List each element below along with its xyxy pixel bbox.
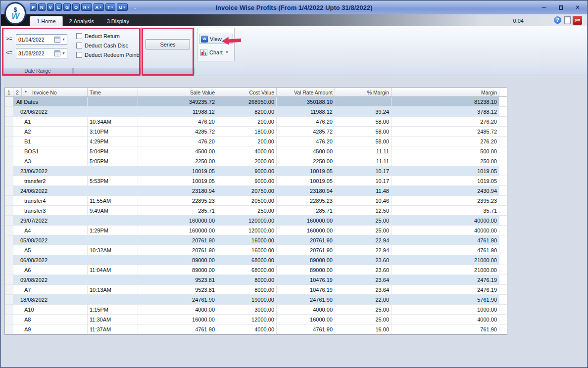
time-cell xyxy=(88,255,138,265)
tab-2-analysis[interactable]: 2.Analysis xyxy=(63,16,100,26)
table-row[interactable]: A35:05PM2250.002000.002250.0011.11250.00 xyxy=(5,156,507,166)
filler-cell xyxy=(499,196,507,206)
time-cell: 11:55AM xyxy=(88,196,138,206)
maximize-icon xyxy=(559,5,563,10)
pct-margin-cell: 22.94 xyxy=(335,245,392,255)
table-row[interactable]: BOS15:04PM4500.004000.004500.0011.11500.… xyxy=(5,146,507,156)
val-rate-amount-cell: 23180.94 xyxy=(277,186,335,196)
pdf-export-icon[interactable]: pdf xyxy=(573,16,582,25)
table-row[interactable]: transfer25:53PM10019.059000.0010019.0510… xyxy=(5,176,507,186)
chevron-down-icon[interactable]: ▼ xyxy=(225,50,229,54)
chart-button[interactable]: Chart ▼ xyxy=(199,47,233,57)
row-indicator-cell xyxy=(5,255,13,265)
time-cell xyxy=(88,275,138,285)
window-controls: ─ ✕ xyxy=(539,3,582,11)
column-header-cost-value[interactable]: Cost Value xyxy=(217,88,277,96)
table-row[interactable]: 18/08/202224761.9019000.0024761.9022.005… xyxy=(5,295,507,305)
row-indicator-cell xyxy=(5,156,13,166)
annotation-rectangle-series xyxy=(142,28,194,76)
val-rate-amount-cell: 285.71 xyxy=(277,206,335,216)
cost-value-cell: 200.00 xyxy=(217,117,277,127)
val-rate-amount-cell: 10476.19 xyxy=(277,285,335,295)
table-row[interactable]: A510:32AM20761.9016000.0020761.9022.9447… xyxy=(5,245,507,255)
cost-value-cell: 20750.00 xyxy=(217,186,277,196)
time-cell: 11:30AM xyxy=(88,315,138,324)
val-rate-amount-cell: 4761.90 xyxy=(277,324,335,334)
pct-margin-cell: 22.00 xyxy=(335,295,392,305)
chart-icon xyxy=(200,49,207,56)
row-indicator-cell xyxy=(5,176,13,186)
invoice-no-cell: 06/08/2022 xyxy=(13,255,88,265)
sale-value-cell: 89000.00 xyxy=(138,265,217,275)
table-row[interactable]: 02/06/202211988.128200.0011988.1239.2437… xyxy=(5,107,507,117)
help-icon[interactable]: ? xyxy=(554,16,561,24)
tab-1-home[interactable]: 1.Home xyxy=(30,16,63,26)
column-header--[interactable]: * xyxy=(22,88,30,96)
column-header-val-rate-amount[interactable]: Val Rate Amount xyxy=(277,88,335,96)
table-row[interactable]: 23/06/202210019.059000.0010019.0510.1710… xyxy=(5,166,507,176)
table-row[interactable]: 05/08/202220761.9016000.0020761.9022.944… xyxy=(5,235,507,245)
cost-value-cell: 1800.00 xyxy=(217,127,277,137)
table-row[interactable]: A41:29PM160000.00120000.00160000.0025.00… xyxy=(5,226,507,235)
cost-value-cell: 2000.00 xyxy=(217,156,277,166)
row-indicator-cell xyxy=(5,146,13,156)
minimize-button[interactable]: ─ xyxy=(539,3,548,11)
filler-cell xyxy=(499,97,507,107)
table-row[interactable]: A23:10PM4285.721800.004285.7258.002485.7… xyxy=(5,127,507,137)
table-row[interactable]: All Dates349235.72268950.00350188.108123… xyxy=(5,97,507,107)
invoice-no-cell: A6 xyxy=(13,265,88,275)
table-row[interactable]: A611:04AM89000.0068000.0089000.0023.6021… xyxy=(5,265,507,275)
table-row[interactable]: A110:34AM476.20200.00476.2058.00276.20 xyxy=(5,117,507,127)
margin-cell: 1019.05 xyxy=(392,166,499,176)
val-rate-amount-cell: 4000.00 xyxy=(277,305,335,315)
column-header-1[interactable]: 1 xyxy=(5,88,13,96)
cost-value-cell: 3000.00 xyxy=(217,305,277,315)
column-header-filler xyxy=(499,88,507,96)
table-row[interactable]: A811:30AM16000.0012000.0016000.0025.0040… xyxy=(5,315,507,324)
sale-value-cell: 16000.00 xyxy=(138,315,217,324)
filler-cell xyxy=(499,245,507,255)
row-indicator-cell xyxy=(5,186,13,196)
val-rate-amount-cell: 20761.90 xyxy=(277,235,335,245)
document-icon[interactable] xyxy=(564,16,571,24)
close-button[interactable]: ✕ xyxy=(573,3,582,11)
column-header-sale-value[interactable]: Sale Value xyxy=(138,88,217,96)
table-row[interactable]: 09/08/20229523.818000.0010476.1923.64247… xyxy=(5,275,507,285)
margin-cell: 2485.72 xyxy=(392,127,499,137)
column-header-margin[interactable]: Margin xyxy=(392,88,499,96)
row-indicator-cell xyxy=(5,97,13,107)
table-row[interactable]: B14:29PM476.20200.00476.2058.00276.20 xyxy=(5,137,507,146)
table-row[interactable]: 24/06/202223180.9420750.0023180.9411.482… xyxy=(5,186,507,196)
margin-cell: 40000.00 xyxy=(392,216,499,226)
table-row[interactable]: A911:37AM4761.904000.004761.9016.00761.9… xyxy=(5,324,507,334)
tab-3-display[interactable]: 3.Display xyxy=(100,16,136,26)
row-indicator-cell xyxy=(5,295,13,305)
column-header-2[interactable]: 2 xyxy=(13,88,22,96)
cost-value-cell: 12000.00 xyxy=(217,315,277,324)
pct-margin-cell: 58.00 xyxy=(335,127,392,137)
filler-cell xyxy=(499,137,507,146)
table-row[interactable]: A101:15PM4000.003000.004000.0025.001000.… xyxy=(5,305,507,315)
sale-value-cell: 89000.00 xyxy=(138,255,217,265)
column-header--margin[interactable]: % Margin xyxy=(335,88,392,96)
filler-cell xyxy=(499,127,507,137)
table-row[interactable]: 06/08/202289000.0068000.0089000.0023.602… xyxy=(5,255,507,265)
maximize-button[interactable] xyxy=(556,3,565,11)
window-title: Invoice Wise Profits (From 1/4/2022 Upto… xyxy=(1,4,587,11)
column-header-invoice-no[interactable]: Invoice No xyxy=(30,88,88,96)
cost-value-cell: 250.00 xyxy=(217,206,277,216)
pct-margin-cell: 10.17 xyxy=(335,176,392,186)
row-indicator-cell xyxy=(5,166,13,176)
table-row[interactable]: transfer39:49AM285.71250.00285.7112.5035… xyxy=(5,206,507,216)
invoice-no-cell: A10 xyxy=(13,305,88,315)
table-row[interactable]: A710:13AM9523.818000.0010476.1923.642476… xyxy=(5,285,507,295)
pct-margin-cell: 58.00 xyxy=(335,117,392,127)
column-header-time[interactable]: Time xyxy=(88,88,138,96)
table-row[interactable]: 29/07/2022160000.00120000.00160000.0025.… xyxy=(5,216,507,226)
cost-value-cell: 19000.00 xyxy=(217,295,277,305)
cost-value-cell: 200.00 xyxy=(217,137,277,146)
time-cell xyxy=(88,295,138,305)
cost-value-cell: 120000.00 xyxy=(217,216,277,226)
table-row[interactable]: transfer411:55AM22895.2320500.0022895.23… xyxy=(5,196,507,206)
margin-cell: 4761.90 xyxy=(392,235,499,245)
